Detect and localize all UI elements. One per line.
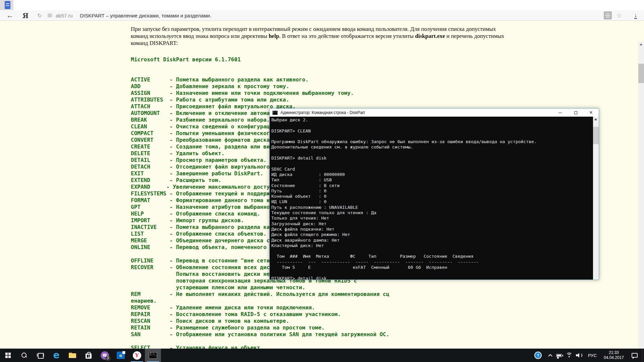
viber-badge: 3 [105,356,110,361]
outlook-button[interactable]: o [113,349,129,362]
maximize-button[interactable] [568,109,583,117]
browser-tab-strip [0,0,644,10]
yandex-browser-button[interactable]: Y [129,349,145,362]
network-tray-button[interactable] [564,349,574,362]
pre-line: ACTIVE - Пометка выбранного раздела как … [131,76,399,83]
globe-glyph-icon [605,13,610,18]
cmd-line: Путь к расположению : UNAVAILABLE [271,205,537,210]
tray-overflow-button[interactable] [545,349,554,362]
pre-line [131,63,399,70]
cmd-line: SDXC Card [271,167,537,172]
viber-icon: ☎ 3 [101,351,109,360]
pre-line: REM - Не выполняет никаких действий. Исп… [131,291,399,298]
browser-toolbar: ← Я ↻ ab57.ru DISKPART – управление диск… [0,10,644,21]
cmd-line: Дополнительные сведения см. в журнале со… [271,144,537,150]
store-bag-icon [86,354,92,359]
language-indicator[interactable]: РУС [585,349,600,362]
volume-tray-button[interactable] [574,349,585,362]
help-tray-button[interactable]: ? [531,349,545,362]
explorer-button[interactable] [64,349,80,362]
cmd-line: Конечный объект : 0 [271,194,537,199]
paragraph-bold-diskpart: diskpart.exe [415,33,445,39]
back-button[interactable]: ← [4,10,16,21]
cmd-line [271,161,537,166]
cmd-line: Программа DiskPart обнаружила ошибку: За… [271,139,537,144]
pre-line: SELECT - Установка фокуса на объект. [131,345,399,349]
cmd-line [271,134,537,139]
page-scrollbar[interactable] [638,42,644,349]
window-controls: × [552,109,599,117]
scrollbar-thumb[interactable] [638,64,644,83]
wifi-icon [566,353,573,358]
refresh-icon[interactable]: ↻ [35,10,44,21]
battery-tray-button[interactable] [554,349,564,362]
taskbar: e ☎ 3 o Y ? [0,349,644,362]
windows-logo-icon [5,353,11,358]
pre-line: REMOVE - Удаление имени диска или точки … [131,304,399,311]
cmd-window-icon [272,111,278,115]
yandex-logo-icon[interactable]: Я [19,10,32,21]
minimize-button[interactable] [552,109,568,117]
cmd-line: Только для чтения: Нет [271,216,537,221]
help-icon: ? [534,352,542,359]
reader-mode-icon[interactable] [46,10,54,21]
yandex-browser-icon: Y [133,351,141,360]
browser-tab[interactable] [0,0,13,10]
cmd-line: ---------- --- ----------- ----- -------… [271,259,537,265]
clock[interactable]: 21:33 04.04.2017 [600,349,628,362]
pre-line: SAN - Отображение или установка политики… [131,331,399,338]
outlook-icon: o [117,352,125,359]
date-label: 04.04.2017 [604,355,624,360]
pre-line: ASSIGN - Назначение имени или точки подк… [131,90,399,97]
cmd-line: Диск аварийного дампа: Нет [271,238,537,243]
show-desktop-button[interactable] [642,349,644,362]
paragraph-bold-help: help [269,33,279,39]
folder-icon [69,353,76,358]
pre-line: ADD - Добавление зеркала к простому тому… [131,83,399,90]
cmd-line: Диск файла подкачки: Нет [271,227,537,232]
cmd-line: Путь : 0 [271,188,537,194]
paragraph-text: . В ответ на это действие отображается в… [279,33,415,39]
edge-button[interactable]: e [48,349,64,362]
cmd-output: Выбран диск 2. DISKPART> CLEAN Программа… [271,117,537,280]
minimize-icon [558,113,562,113]
battery-icon [556,354,562,357]
maximize-icon [574,111,577,114]
viber-button[interactable]: ☎ 3 [97,349,113,362]
task-view-button[interactable] [32,349,48,362]
cmd-line: DISKPART> CLEAN [271,128,537,134]
cmd-scrollbar[interactable] [593,117,599,280]
action-center-button[interactable] [628,349,641,362]
cmd-line [271,150,537,156]
cmd-line [271,123,537,128]
search-button[interactable] [16,349,32,362]
system-tray: ? РУС 21:33 04.04.2017 [531,349,644,362]
cmd-icon [149,352,157,359]
start-button[interactable] [0,349,16,362]
close-button[interactable]: × [583,109,599,117]
downloads-button[interactable]: ↓ [631,10,641,21]
cmd-window: Администратор: Командная строка - DiskPa… [269,108,599,280]
pre-line [131,338,399,345]
chevron-up-icon [548,354,552,358]
yandex-letter: Y [135,352,139,358]
cmd-taskbar-button[interactable] [145,349,161,362]
task-view-icon [37,353,44,358]
cmd-line: Текущее состояние только для чтения : Да [271,210,537,216]
pre-line: енариев. [131,298,399,304]
language-label: РУС [588,353,597,358]
cmd-line: Диск файла спящего режима: Нет [271,232,537,237]
cmd-scrollbar-thumb[interactable] [593,127,599,144]
cmd-titlebar[interactable]: Администратор: Командная строка - DiskPa… [270,109,599,117]
globe-icon[interactable] [604,11,612,19]
bookmark-star-icon[interactable]: ☆ [614,10,624,21]
scroll-up-icon[interactable] [638,42,644,47]
cmd-line: Состояние : В сети [271,183,537,188]
cmd-console[interactable]: Выбран диск 2. DISKPART> CLEAN Программа… [270,117,599,280]
address-domain[interactable]: ab57.ru [56,10,73,21]
address-page-title[interactable]: DISKPART – управление дисками, томами и … [80,10,211,21]
cmd-line: Выбран диск 2. [271,117,537,123]
store-button[interactable] [80,349,97,362]
edge-icon: e [53,351,60,360]
pre-line: RETAIN - Размещение служебного раздела н… [131,324,399,331]
